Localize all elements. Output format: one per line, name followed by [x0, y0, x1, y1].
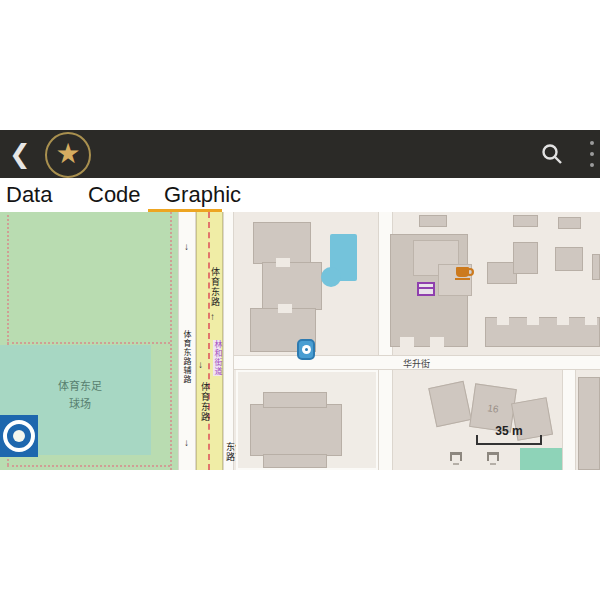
camera-poi-icon[interactable] [297, 339, 315, 360]
screenshot-stage: ❮ ★ Data Code Graphic 体育东足 球场 [0, 0, 600, 600]
north-south-road [378, 370, 393, 470]
cross-street-label: 华升街 [403, 357, 430, 370]
direction-arrow: ↑ [210, 312, 215, 322]
park-border [7, 465, 170, 467]
building [578, 377, 600, 470]
app-bar: ❮ ★ [0, 130, 600, 178]
building [592, 254, 600, 280]
tab-data[interactable]: Data [6, 182, 52, 208]
back-icon[interactable]: ❮ [8, 136, 32, 172]
building [513, 242, 538, 274]
building [263, 454, 327, 468]
star-glyph: ★ [55, 140, 80, 168]
tab-graphic[interactable]: Graphic [164, 182, 241, 208]
location-marker-icon[interactable] [0, 415, 38, 457]
service-road-label: 体育东路辅路 [182, 330, 190, 384]
building [262, 262, 322, 310]
building [419, 215, 447, 227]
building [555, 247, 583, 271]
district-boundary-label: 林和街道 [213, 340, 221, 376]
east-sidewalk [223, 212, 234, 470]
building [263, 392, 327, 408]
map-scale-bar: 35 m [476, 424, 542, 445]
building [513, 215, 538, 227]
direction-arrow: ↓ [184, 438, 189, 448]
direction-arrow: ↓ [198, 360, 203, 370]
search-icon[interactable] [540, 142, 564, 166]
building [250, 404, 342, 456]
road-centerline [208, 212, 210, 470]
water-pool [321, 267, 341, 287]
tab-bar: Data Code Graphic [0, 178, 600, 212]
cafe-poi-icon[interactable] [456, 267, 469, 277]
building-number-label: 16 [487, 402, 500, 414]
direction-arrow: ↓ [184, 242, 189, 252]
tab-code[interactable]: Code [88, 182, 141, 208]
main-road-label-lower: 体育东路 [200, 382, 209, 422]
park-border [7, 342, 170, 344]
building [428, 381, 472, 428]
star-logo-icon[interactable]: ★ [45, 132, 91, 178]
green-area [520, 448, 566, 470]
map-view[interactable]: 体育东足 球场 ↓ 体育东路辅路 ↓ 体育东路 ↑ ↓ 林和街道 体育东路 体育… [0, 212, 600, 470]
main-road-label-upper: 体育东路 [210, 267, 219, 307]
gate-poi-icon [487, 452, 499, 461]
field-label: 体育东足 球场 [30, 378, 130, 413]
far-right-road [562, 370, 576, 470]
park-border [170, 212, 172, 470]
overflow-menu-icon[interactable] [588, 141, 596, 167]
hotel-poi-icon[interactable] [417, 282, 435, 296]
gate-poi-icon [450, 452, 462, 461]
building [558, 217, 581, 229]
